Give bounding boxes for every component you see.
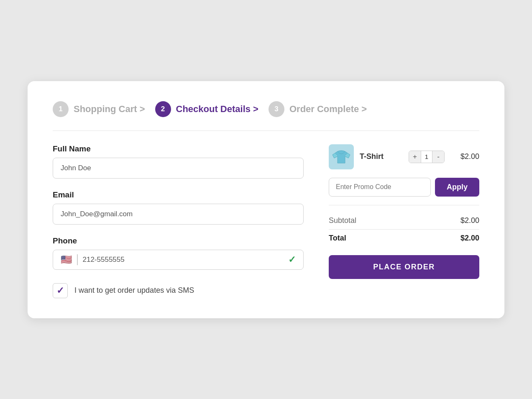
sms-check-icon: ✓ bbox=[56, 285, 64, 296]
stepper: 1 Shopping Cart > 2 Checkout Details > 3… bbox=[53, 101, 479, 131]
apply-button[interactable]: Apply bbox=[435, 178, 479, 197]
step-3-label: Order Complete > bbox=[289, 104, 367, 115]
item-price: $2.00 bbox=[456, 152, 479, 161]
item-name: T-Shirt bbox=[360, 152, 403, 161]
promo-row: Apply bbox=[329, 178, 479, 197]
step-checkout-details: 2 Checkout Details > bbox=[155, 101, 258, 117]
qty-value: 1 bbox=[421, 151, 432, 163]
subtotal-row: Subtotal $2.00 bbox=[329, 212, 479, 230]
email-input[interactable] bbox=[53, 204, 304, 225]
place-order-button[interactable]: PLACE ORDER bbox=[329, 255, 479, 279]
step-order-complete: 3 Order Complete > bbox=[269, 101, 367, 117]
qty-control: + 1 - bbox=[409, 151, 445, 163]
flag-icon: 🇺🇸 bbox=[61, 255, 72, 264]
checkout-card: 1 Shopping Cart > 2 Checkout Details > 3… bbox=[28, 81, 504, 318]
totals: Subtotal $2.00 Total $2.00 bbox=[329, 205, 479, 247]
total-label: Total bbox=[329, 234, 346, 243]
subtotal-label: Subtotal bbox=[329, 216, 356, 225]
qty-minus-button[interactable]: - bbox=[432, 151, 444, 163]
phone-input[interactable] bbox=[83, 256, 284, 264]
step-1-circle: 1 bbox=[53, 101, 69, 117]
step-1-label: Shopping Cart > bbox=[74, 104, 145, 115]
phone-divider bbox=[77, 254, 78, 265]
promo-input[interactable] bbox=[329, 178, 431, 197]
step-3-circle: 3 bbox=[269, 101, 284, 117]
phone-label: Phone bbox=[53, 236, 304, 246]
subtotal-value: $2.00 bbox=[460, 216, 479, 225]
sms-row: ✓ I want to get order updates via SMS bbox=[53, 283, 304, 298]
phone-group: Phone 🇺🇸 ✓ bbox=[53, 236, 304, 270]
product-image bbox=[329, 144, 354, 169]
sms-label: I want to get order updates via SMS bbox=[74, 286, 194, 295]
full-name-input[interactable] bbox=[53, 158, 304, 179]
phone-valid-icon: ✓ bbox=[288, 254, 296, 265]
email-label: Email bbox=[53, 190, 304, 200]
step-shopping-cart[interactable]: 1 Shopping Cart > bbox=[53, 101, 145, 117]
full-name-label: Full Name bbox=[53, 144, 304, 153]
order-panel: T-Shirt + 1 - $2.00 Apply Subtotal $2.00 bbox=[329, 144, 479, 298]
sms-checkbox[interactable]: ✓ bbox=[53, 283, 68, 298]
phone-input-wrapper: 🇺🇸 ✓ bbox=[53, 250, 304, 270]
main-content: Full Name Email Phone 🇺🇸 ✓ ✓ bbox=[53, 144, 479, 298]
total-row: Total $2.00 bbox=[329, 230, 479, 247]
cart-item: T-Shirt + 1 - $2.00 bbox=[329, 144, 479, 169]
qty-plus-button[interactable]: + bbox=[409, 151, 421, 163]
total-value: $2.00 bbox=[460, 234, 479, 243]
form-section: Full Name Email Phone 🇺🇸 ✓ ✓ bbox=[53, 144, 304, 298]
step-2-label: Checkout Details > bbox=[176, 104, 258, 115]
email-group: Email bbox=[53, 190, 304, 225]
full-name-group: Full Name bbox=[53, 144, 304, 179]
step-2-circle: 2 bbox=[155, 101, 171, 117]
